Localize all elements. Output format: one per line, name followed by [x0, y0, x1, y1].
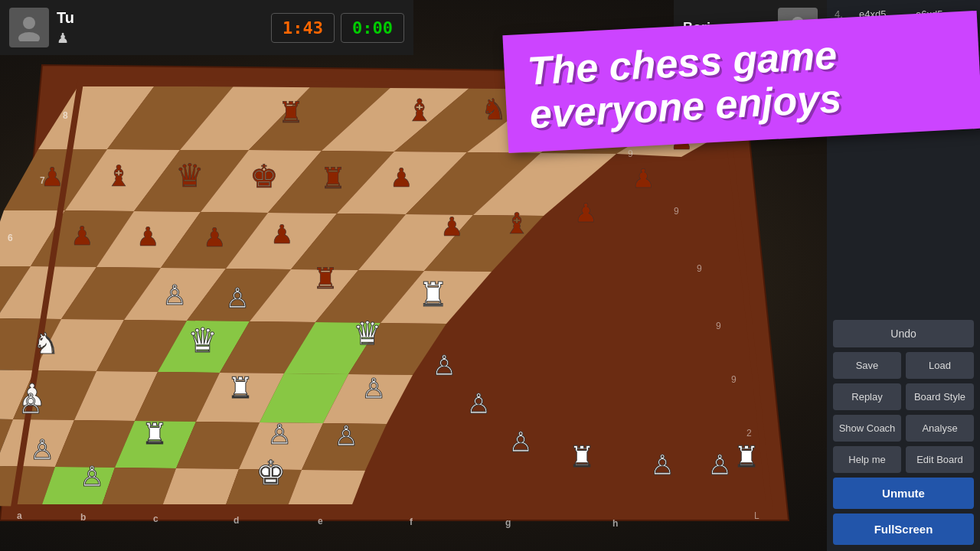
- svg-text:♝: ♝: [106, 160, 132, 192]
- svg-text:♜: ♜: [227, 372, 253, 404]
- svg-text:9: 9: [628, 148, 633, 159]
- replay-boardstyle-row: Replay Board Style: [833, 383, 974, 410]
- svg-text:♟: ♟: [440, 212, 463, 241]
- board-style-button[interactable]: Board Style: [906, 383, 974, 410]
- svg-text:♙: ♙: [334, 420, 358, 452]
- svg-point-132: [23, 17, 35, 29]
- promo-banner: The chess game everyone enjoys: [502, 11, 980, 154]
- svg-text:♙: ♙: [30, 434, 54, 465]
- svg-text:♙: ♙: [508, 426, 533, 458]
- svg-text:9: 9: [674, 206, 679, 217]
- svg-text:♟: ♟: [574, 198, 597, 227]
- player-left-pawn: ♟: [57, 30, 74, 47]
- svg-text:♟: ♟: [41, 162, 64, 191]
- svg-text:♙: ♙: [80, 461, 104, 492]
- top-left-player-area: Tu ♟ 1:43 0:00: [0, 0, 413, 55]
- svg-text:♜: ♜: [320, 162, 346, 194]
- svg-text:♙: ♙: [18, 388, 43, 419]
- svg-text:♛: ♛: [353, 315, 382, 351]
- analyse-button[interactable]: Analyse: [906, 415, 974, 442]
- svg-text:9: 9: [697, 263, 702, 274]
- fullscreen-button[interactable]: FullScreen: [833, 514, 974, 545]
- svg-text:♟: ♟: [390, 163, 413, 192]
- replay-button[interactable]: Replay: [833, 383, 901, 410]
- unmute-button[interactable]: Unmute: [833, 478, 974, 509]
- svg-text:♝: ♝: [504, 207, 530, 240]
- controls-area: Undo Save Load Replay Board Style Show C…: [827, 314, 980, 551]
- timer-area: 1:43 0:00: [271, 13, 404, 43]
- svg-text:♞: ♞: [33, 328, 59, 360]
- svg-text:♟: ♟: [136, 222, 159, 251]
- save-button[interactable]: Save: [833, 352, 901, 379]
- svg-text:♜: ♜: [312, 262, 338, 295]
- helpme-editboard-row: Help me Edit Board: [833, 446, 974, 473]
- svg-text:9: 9: [716, 321, 721, 331]
- help-me-button[interactable]: Help me: [833, 446, 901, 473]
- svg-text:♛: ♛: [188, 321, 217, 359]
- timer-active: 1:43: [271, 13, 335, 43]
- svg-text:♙: ♙: [707, 449, 732, 481]
- svg-text:e: e: [318, 516, 323, 527]
- svg-text:♞: ♞: [481, 93, 507, 126]
- svg-text:♜: ♜: [733, 441, 760, 473]
- svg-text:♙: ♙: [162, 279, 187, 311]
- svg-text:♚: ♚: [250, 158, 279, 194]
- svg-text:♟: ♟: [632, 164, 655, 193]
- undo-button[interactable]: Undo: [833, 320, 974, 347]
- timer-inactive: 0:00: [341, 13, 404, 43]
- svg-text:♟: ♟: [270, 220, 293, 249]
- svg-text:♙: ♙: [466, 388, 491, 419]
- svg-text:c: c: [153, 514, 158, 524]
- svg-text:♙: ♙: [361, 373, 386, 404]
- svg-text:h: h: [612, 518, 618, 529]
- svg-text:♜: ♜: [278, 96, 304, 129]
- svg-text:♜: ♜: [418, 276, 448, 313]
- svg-text:♜: ♜: [569, 441, 595, 473]
- svg-text:g: g: [505, 517, 511, 528]
- svg-text:6: 6: [8, 233, 13, 243]
- player-left-avatar: [9, 8, 49, 47]
- svg-text:L: L: [754, 510, 760, 521]
- save-load-row: Save Load: [833, 352, 974, 379]
- svg-point-133: [18, 32, 40, 41]
- player-left-info: Tu ♟: [57, 9, 74, 47]
- coach-analyse-row: Show Coach Analyse: [833, 415, 974, 442]
- svg-text:♚: ♚: [256, 454, 286, 491]
- svg-text:b: b: [80, 512, 86, 523]
- svg-text:♙: ♙: [650, 449, 675, 481]
- show-coach-button[interactable]: Show Coach: [833, 415, 901, 442]
- player-left-name: Tu: [57, 9, 74, 27]
- svg-text:8: 8: [63, 110, 68, 121]
- svg-text:♙: ♙: [225, 282, 250, 314]
- svg-text:♙: ♙: [432, 350, 456, 381]
- svg-text:a: a: [17, 510, 22, 521]
- svg-text:♙: ♙: [267, 419, 292, 450]
- svg-text:2: 2: [746, 428, 752, 439]
- svg-text:♟: ♟: [70, 221, 93, 250]
- svg-text:♟: ♟: [203, 223, 226, 252]
- svg-text:♝: ♝: [406, 93, 433, 127]
- load-button[interactable]: Load: [906, 352, 974, 379]
- svg-text:♛: ♛: [175, 158, 204, 194]
- svg-text:♜: ♜: [142, 418, 168, 450]
- svg-text:9: 9: [731, 374, 737, 385]
- svg-text:d: d: [234, 515, 239, 526]
- edit-board-button[interactable]: Edit Board: [906, 446, 974, 473]
